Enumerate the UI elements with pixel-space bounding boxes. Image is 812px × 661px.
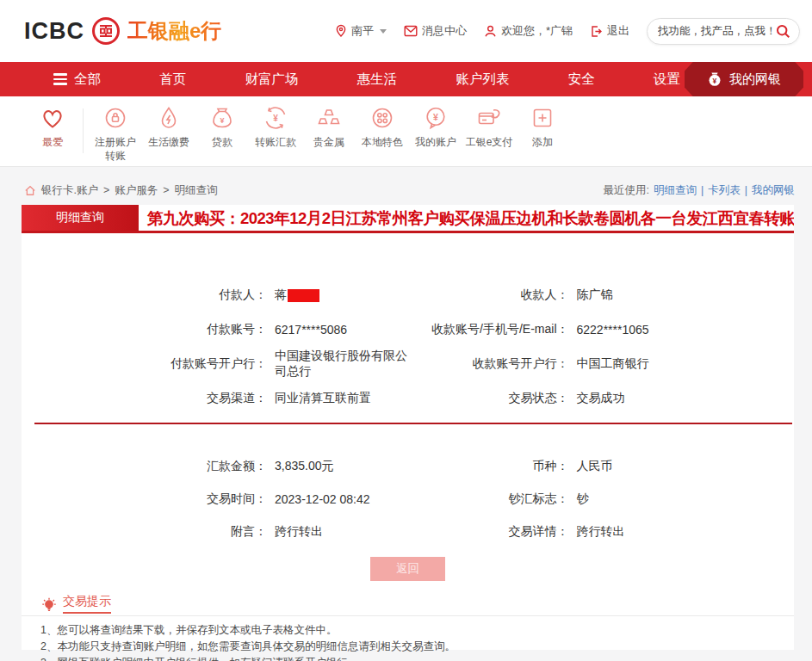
gold-ingots-icon bbox=[316, 105, 342, 131]
envelope-icon bbox=[404, 25, 418, 37]
search-input[interactable] bbox=[658, 25, 776, 37]
speech-bubble-yuan-icon: ¥ bbox=[423, 105, 449, 131]
payer-account-row: 付款账号： 6217****5086 bbox=[22, 312, 408, 347]
svg-text:¥: ¥ bbox=[273, 114, 278, 123]
location-label: 南平 bbox=[351, 23, 374, 39]
welcome-user[interactable]: 欢迎您，*广锦 bbox=[484, 23, 573, 39]
pipe-separator: | bbox=[701, 184, 704, 196]
remit-amount: 3,835.00元 bbox=[275, 459, 334, 474]
user-icon bbox=[484, 25, 497, 38]
detail-row: 交易详情： 跨行转出 bbox=[408, 516, 795, 548]
channel-row: 交易渠道： 同业清算互联前置 bbox=[22, 381, 408, 416]
transaction-parties-section: 付款人： 蒋 付款账号： 6217****5086 付款账号开户行： 中国建设银… bbox=[22, 233, 794, 416]
home-icon[interactable] bbox=[24, 185, 36, 196]
tips-title: 交易提示 bbox=[63, 594, 111, 614]
page-title-banner: 明细查询 第九次购买：2023年12月2日江苏常州客户购买保温压边机和长款卷圆机… bbox=[22, 205, 794, 233]
svg-text:¥: ¥ bbox=[713, 77, 717, 85]
water-drop-bolt-icon bbox=[156, 105, 182, 131]
svg-text:¥: ¥ bbox=[433, 112, 438, 122]
quick-item-utility-payment[interactable]: 生活缴费 bbox=[142, 105, 195, 149]
nav-item-wealth-plaza[interactable]: 财富广场 bbox=[245, 71, 299, 89]
location-selector[interactable]: 南平 bbox=[335, 23, 387, 39]
tips-list: 1、您可以将查询结果下载，并保存到文本或电子表格文件中。 2、本功能只支持查询账… bbox=[22, 616, 794, 661]
payee-row: 收款人： 陈广锦 bbox=[408, 278, 795, 312]
icbc-emblem-icon bbox=[91, 16, 121, 46]
memo-row: 附言： 跨行转出 bbox=[22, 516, 408, 548]
payee-account: 6222****1065 bbox=[577, 323, 649, 337]
recent-link-my-ebank[interactable]: 我的网银 bbox=[752, 183, 795, 198]
breadcrumb-item[interactable]: 银行卡.账户 bbox=[41, 183, 98, 198]
message-center-label: 消息中心 bbox=[422, 23, 467, 39]
nav-item-account-list[interactable]: 账户列表 bbox=[456, 71, 510, 89]
memo: 跨行转出 bbox=[275, 524, 323, 540]
nav-item-security[interactable]: 安全 bbox=[568, 71, 595, 89]
transaction-status: 交易成功 bbox=[577, 391, 625, 406]
payee-name: 陈广锦 bbox=[577, 287, 613, 303]
time-row: 交易时间： 2023-12-02 08:42 bbox=[22, 483, 408, 516]
payer-row: 付款人： 蒋 bbox=[22, 278, 408, 312]
header: ICBC 工银融e行 南平 bbox=[0, 0, 812, 62]
tip-item: 1、您可以将查询结果下载，并保存到文本或电子表格文件中。 bbox=[40, 622, 777, 639]
brand-name: 工银融e行 bbox=[127, 17, 221, 45]
payee-bank: 中国工商银行 bbox=[577, 356, 649, 372]
main-nav: 全部 首页 财富广场 惠生活 账户列表 安全 设置 ¥ 我的网银 bbox=[0, 62, 812, 96]
search-box[interactable] bbox=[647, 18, 800, 45]
nav-item-settings[interactable]: 设置 bbox=[654, 71, 680, 89]
redaction-box bbox=[288, 289, 319, 302]
payer-name: 蒋 bbox=[275, 287, 287, 303]
nav-item-life[interactable]: 惠生活 bbox=[357, 71, 398, 89]
logout-label: 退出 bbox=[607, 23, 629, 39]
svg-text:¥: ¥ bbox=[220, 116, 224, 125]
quick-item-my-account[interactable]: ¥ 我的账户 bbox=[409, 105, 462, 149]
search-icon[interactable] bbox=[776, 24, 790, 39]
quick-item-epay[interactable]: 工银e支付 bbox=[462, 105, 516, 149]
add-icon bbox=[530, 105, 555, 131]
quick-item-loan[interactable]: ¥ 贷款 bbox=[195, 105, 249, 149]
currency-row: 币种： 人民币 bbox=[408, 450, 795, 483]
logo: ICBC 工银融e行 bbox=[24, 16, 221, 46]
epay-card-icon bbox=[476, 105, 502, 131]
quick-item-transfer-remit[interactable]: ¥ 转账汇款 bbox=[249, 105, 302, 149]
hamburger-icon bbox=[53, 73, 67, 85]
quick-item-local-features[interactable]: 本地特色 bbox=[356, 105, 409, 149]
chevron-down-icon bbox=[380, 29, 387, 34]
logout[interactable]: 退出 bbox=[590, 23, 629, 39]
amount-row: 汇款金额： 3,835.00元 bbox=[22, 450, 408, 483]
tips-header: 交易提示 bbox=[40, 595, 794, 614]
breadcrumb-item[interactable]: 账户服务 bbox=[115, 183, 158, 198]
transaction-channel: 同业清算互联前置 bbox=[275, 391, 371, 406]
my-ebank-ribbon-tab[interactable]: ¥ 我的网银 bbox=[685, 62, 803, 96]
transfer-arrows-yuan-icon: ¥ bbox=[263, 105, 288, 131]
tip-item: 2、本功能只支持查询账户明细，如您需要查询具体交易的明细信息请到相关交易查询。 bbox=[40, 639, 777, 655]
register-transfer-icon bbox=[102, 105, 128, 131]
breadcrumb-row: 银行卡.账户 > 账户服务 > 明细查询 最近使用: 明细查询 | 卡列表 | … bbox=[0, 167, 812, 205]
recent-link-card-list[interactable]: 卡列表 bbox=[708, 183, 741, 198]
payee-account-row: 收款账号/手机号/E-mail： 6222****1065 bbox=[408, 312, 795, 347]
nav-item-all[interactable]: 全部 bbox=[53, 71, 101, 89]
money-bag-icon: ¥ bbox=[707, 71, 722, 87]
divider bbox=[83, 108, 84, 153]
breadcrumb-separator: > bbox=[103, 184, 109, 196]
detail-query-card: 明细查询 第九次购买：2023年12月2日江苏常州客户购买保温压边机和长款卷圆机… bbox=[22, 205, 794, 650]
icbc-logo-text: ICBC bbox=[24, 18, 84, 45]
back-button[interactable]: 返回 bbox=[370, 557, 445, 581]
transaction-time: 2023-12-02 08:42 bbox=[275, 492, 370, 506]
payer-account: 6217****5086 bbox=[275, 323, 347, 337]
recent-link-detail-query[interactable]: 明细查询 bbox=[654, 183, 697, 198]
breadcrumb-separator: > bbox=[163, 184, 169, 196]
welcome-label: 欢迎您，*广锦 bbox=[501, 23, 573, 39]
message-center[interactable]: 消息中心 bbox=[404, 23, 467, 39]
breadcrumb-item[interactable]: 明细查询 bbox=[175, 183, 218, 198]
logout-icon bbox=[590, 25, 603, 38]
quick-item-favorites[interactable]: 最爱 bbox=[22, 105, 83, 149]
quick-item-precious-metal[interactable]: 贵金属 bbox=[302, 105, 356, 149]
recent-used-label: 最近使用: bbox=[604, 183, 649, 198]
location-pin-icon bbox=[335, 24, 347, 38]
transaction-amount-section: 汇款金额： 3,835.00元 交易时间： 2023-12-02 08:42 附… bbox=[22, 424, 794, 548]
local-features-icon bbox=[369, 105, 395, 131]
page-title: 明细查询 bbox=[22, 205, 139, 231]
nav-item-home[interactable]: 首页 bbox=[159, 71, 186, 89]
quick-item-add[interactable]: 添加 bbox=[516, 105, 569, 149]
quick-item-register-transfer[interactable]: 注册账户转账 bbox=[89, 105, 142, 163]
tip-item: 3、网银互联账户明细由开户银行提供，如有疑问请联系开户银行。 bbox=[40, 655, 777, 661]
